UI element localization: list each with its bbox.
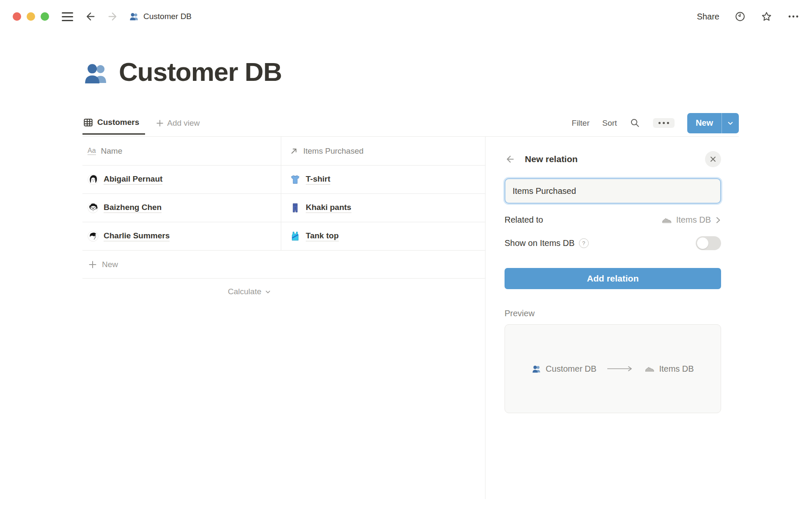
search-icon (630, 118, 640, 128)
show-on-toggle[interactable] (696, 236, 721, 250)
avatar-doodle-icon (88, 231, 99, 242)
view-options-button[interactable] (653, 118, 675, 128)
arrow-left-icon (84, 11, 96, 22)
calculate-button[interactable]: Calculate (82, 279, 281, 296)
show-on-label-text: Show on Items DB (505, 238, 575, 248)
item-link[interactable]: Tank top (306, 231, 339, 241)
long-right-arrow-icon (606, 366, 634, 372)
related-to-label: Related to (505, 215, 543, 225)
help-question-icon[interactable]: ? (579, 238, 589, 248)
traffic-lights (13, 12, 49, 21)
customer-name-link[interactable]: Charlie Summers (104, 231, 170, 241)
chevron-down-icon (265, 289, 271, 295)
avatar-doodle-icon (88, 202, 99, 213)
ellipsis-icon (787, 11, 799, 22)
preview-target: Items DB (645, 364, 694, 374)
show-on-label: Show on Items DB ? (505, 238, 589, 248)
item-link[interactable]: T-shirt (306, 174, 330, 185)
column-header-items-purchased[interactable]: Items Purchased (281, 137, 485, 165)
panel-title: New relation (525, 154, 578, 164)
customer-name-link[interactable]: Abigail Pernaut (104, 174, 162, 185)
tab-customers[interactable]: Customers (82, 118, 145, 135)
sidebar-menu-icon[interactable] (62, 12, 73, 21)
table-view-icon (83, 118, 93, 127)
updates-clock-button[interactable] (735, 11, 746, 22)
column-items-label: Items Purchased (303, 146, 364, 156)
new-dropdown-button[interactable] (722, 113, 739, 133)
jeans-icon (290, 202, 301, 213)
page-title: Customer DB (82, 57, 812, 87)
customer-name-link[interactable]: Baizheng Chen (104, 203, 162, 213)
busts-in-silhouette-icon (532, 364, 541, 374)
share-button[interactable]: Share (697, 12, 719, 22)
more-options-button[interactable] (787, 11, 799, 22)
toggle-knob (697, 237, 708, 249)
back-arrow-icon[interactable] (505, 154, 516, 165)
running-shirt-icon (290, 231, 301, 242)
name-cell[interactable]: Baizheng Chen (82, 194, 281, 222)
sort-button[interactable]: Sort (602, 119, 617, 128)
preview-source: Customer DB (532, 364, 596, 374)
view-bar: Customers Add view Filter Sort New (82, 115, 739, 137)
forward-button[interactable] (107, 11, 119, 22)
items-purchased-cell[interactable]: Khaki pants (281, 194, 485, 222)
zoom-window-button[interactable] (41, 12, 49, 21)
table-row: Abigail Pernaut T-shirt (82, 166, 485, 194)
page-title-text: Customer DB (119, 57, 282, 87)
star-icon (761, 11, 772, 22)
add-relation-button[interactable]: Add relation (505, 268, 721, 289)
back-button[interactable] (84, 11, 96, 22)
busts-in-silhouette-icon (129, 11, 139, 22)
breadcrumb-title: Customer DB (143, 12, 192, 21)
breadcrumb[interactable]: Customer DB (129, 11, 192, 22)
table-row: Charlie Summers Tank top (82, 222, 485, 251)
running-shoe-icon (645, 364, 655, 374)
search-button[interactable] (630, 118, 640, 128)
new-button-label[interactable]: New (687, 113, 721, 133)
busts-in-silhouette-icon (82, 60, 110, 87)
calculate-label: Calculate (228, 287, 261, 296)
items-purchased-cell[interactable]: Tank top (281, 222, 485, 250)
preview-target-label: Items DB (659, 364, 694, 374)
preview-source-label: Customer DB (546, 364, 596, 374)
relation-preview-card: Customer DB Items DB (505, 324, 721, 413)
item-link[interactable]: Khaki pants (306, 203, 351, 213)
add-view-label: Add view (167, 119, 200, 128)
close-window-button[interactable] (13, 12, 21, 21)
database-table: Aa Name Items Purchased (82, 137, 485, 499)
column-header-name[interactable]: Aa Name (82, 137, 281, 165)
title-property-icon: Aa (88, 147, 96, 155)
preview-label: Preview (505, 309, 721, 318)
plus-icon (88, 260, 97, 269)
new-record-split-button[interactable]: New (687, 113, 739, 133)
table-row: Baizheng Chen Khaki pants (82, 194, 485, 222)
related-to-selector[interactable]: Items DB (661, 215, 721, 225)
t-shirt-icon (290, 174, 301, 185)
name-cell[interactable]: Abigail Pernaut (82, 166, 281, 193)
close-panel-button[interactable] (705, 151, 721, 167)
relation-name-input[interactable] (505, 178, 721, 204)
chevron-down-icon (727, 120, 734, 127)
items-purchased-cell[interactable]: T-shirt (281, 166, 485, 193)
name-cell[interactable]: Charlie Summers (82, 222, 281, 250)
arrow-right-icon (107, 11, 119, 22)
close-icon (710, 156, 716, 163)
avatar-doodle-icon (88, 174, 99, 185)
filter-button[interactable]: Filter (572, 119, 590, 128)
new-row-button[interactable]: New (82, 251, 485, 279)
new-row-label: New (102, 260, 118, 269)
minimize-window-button[interactable] (27, 12, 35, 21)
table-header-row: Aa Name Items Purchased (82, 137, 485, 166)
relation-arrow-icon (290, 147, 298, 155)
favorite-star-button[interactable] (761, 11, 772, 22)
chevron-right-icon (715, 216, 721, 224)
related-to-value: Items DB (676, 215, 711, 225)
new-relation-panel: New relation Related to (485, 137, 812, 499)
plus-icon (156, 119, 164, 127)
clock-icon (735, 11, 746, 22)
running-shoe-icon (661, 215, 672, 225)
column-name-label: Name (101, 146, 123, 156)
add-view-button[interactable]: Add view (156, 119, 200, 133)
tab-customers-label: Customers (97, 118, 139, 127)
window-titlebar: Customer DB Share (0, 0, 812, 33)
